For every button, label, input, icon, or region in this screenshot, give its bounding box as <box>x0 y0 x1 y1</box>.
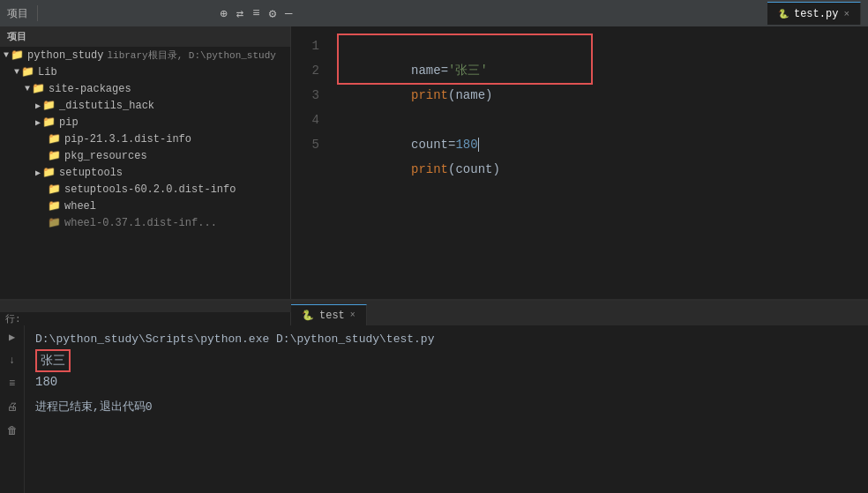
pip-dist-icon: 📁 <box>48 132 61 146</box>
project-label[interactable]: 项目 <box>7 6 28 21</box>
cursor <box>478 138 479 152</box>
site-packages-label: site-packages <box>49 83 131 95</box>
run-area: 行: 🐍 test × ▶ ↓ ≡ 🖨 🗑 D:\python_study\Sc… <box>0 299 868 493</box>
run-tab-bar: 行: 🐍 test × <box>0 301 868 325</box>
run-left-label: 行: <box>5 312 21 325</box>
sync-icon[interactable]: ⇄ <box>236 6 243 21</box>
code-paren-close-1: ) <box>485 88 492 102</box>
tree-root[interactable]: ▼ 📁 python_study library根目录, D:\python_s… <box>0 47 290 63</box>
tree-site-packages[interactable]: ▼ 📁 site-packages <box>0 80 290 97</box>
run-play-icon[interactable]: ▶ <box>7 329 17 346</box>
tree-setuptools-dist[interactable]: 📁 setuptools-60.2.0.dist-info <box>0 181 290 198</box>
main-toolbar: 项目 ⊕ ⇄ ≡ ⚙ — 🐍 test.py × <box>0 0 868 26</box>
pip-label: pip <box>59 116 79 129</box>
sidebar-header: 项目 <box>0 26 290 47</box>
pkg-label: pkg_resources <box>64 150 147 162</box>
run-output-highlight: 张三 <box>35 349 71 372</box>
line-num-1: 1 <box>291 34 319 58</box>
code-var-name: name <box>411 63 441 78</box>
minimize-icon[interactable]: — <box>285 6 292 20</box>
tree-wheel[interactable]: 📁 wheel <box>0 198 290 214</box>
site-packages-arrow: ▼ <box>25 84 30 93</box>
run-print-icon[interactable]: 🖨 <box>5 399 19 415</box>
setuptools-dist-icon: 📁 <box>48 183 61 196</box>
lib-arrow: ▼ <box>14 67 19 77</box>
line-num-2: 2 <box>291 58 319 83</box>
editor-area: 1 2 3 4 5 name='张三' print(name) c <box>291 26 868 299</box>
code-print-2: print <box>411 162 448 176</box>
code-print-1: print <box>411 88 448 102</box>
run-output: D:\python_study\Scripts\python.exe D:\py… <box>25 325 868 493</box>
wheel-icon: 📁 <box>48 199 61 213</box>
sidebar-title: 项目 <box>7 30 26 43</box>
code-var-count: count <box>411 138 448 152</box>
add-icon[interactable]: ⊕ <box>220 6 227 21</box>
line-num-4: 4 <box>291 108 319 132</box>
wheel-label: wheel <box>64 200 96 213</box>
tree-wheel-dist[interactable]: 📁 wheel-0.37.1.dist-inf... <box>0 214 290 231</box>
root-arrow: ▼ <box>4 50 9 60</box>
code-paren-close-2: ) <box>492 162 499 176</box>
root-folder-icon: 📁 <box>11 49 24 62</box>
run-content: ▶ ↓ ≡ 🖨 🗑 D:\python_study\Scripts\python… <box>0 325 868 493</box>
wheel-dist-label: wheel-0.37.1.dist-inf... <box>64 217 217 229</box>
tree-pip-dist[interactable]: 📁 pip-21.3.1.dist-info <box>0 131 290 147</box>
pkg-icon: 📁 <box>48 149 61 162</box>
code-content[interactable]: name='张三' print(name) count=180 print(co… <box>326 26 868 299</box>
pip-icon: 📁 <box>42 116 56 129</box>
run-tab-label: test <box>319 310 345 322</box>
tree-distutils[interactable]: ▶ 📁 _distutils_hack <box>0 97 290 114</box>
tree-setuptools[interactable]: ▶ 📁 setuptools <box>0 164 290 181</box>
file-tab-test-py[interactable]: 🐍 test.py × <box>767 2 861 25</box>
setuptools-label: setuptools <box>59 167 123 179</box>
line-num-5: 5 <box>291 132 319 157</box>
code-line-1: name='张三' <box>337 34 868 58</box>
pip-arrow: ▶ <box>35 117 41 128</box>
code-editor[interactable]: 1 2 3 4 5 name='张三' print(name) c <box>291 26 868 299</box>
root-meta: library根目录, D:\python_study <box>107 49 275 62</box>
tab-close-button[interactable]: × <box>843 9 849 19</box>
tab-label: test.py <box>794 8 838 20</box>
tree-pkg[interactable]: 📁 pkg_resources <box>0 147 290 164</box>
setuptools-dist-label: setuptools-60.2.0.dist-info <box>64 183 236 196</box>
wheel-dist-icon: 📁 <box>48 216 61 229</box>
run-output-line-2: 180 <box>35 372 857 392</box>
run-wrap-icon[interactable]: ≡ <box>7 376 17 392</box>
settings-icon[interactable]: ⚙ <box>269 6 276 21</box>
distutils-icon: 📁 <box>42 99 56 112</box>
file-tree-sidebar: 项目 ▼ 📁 python_study library根目录, D:\pytho… <box>0 26 291 299</box>
root-label: python_study <box>27 49 103 62</box>
menu-icon[interactable]: ≡ <box>252 6 259 20</box>
run-exit-message: 进程已结束,退出代码0 <box>35 399 857 415</box>
python-file-icon: 🐍 <box>778 9 789 19</box>
line-numbers: 1 2 3 4 5 <box>291 26 326 299</box>
code-arg-count: count <box>455 162 492 176</box>
site-packages-icon: 📁 <box>32 82 45 95</box>
distutils-arrow: ▶ <box>35 101 41 111</box>
tree-pip[interactable]: ▶ 📁 pip <box>0 114 290 131</box>
code-str-val: '张三' <box>448 63 488 78</box>
code-line-4: count=180 <box>337 108 868 132</box>
code-arg-name: name <box>455 88 485 102</box>
lib-folder-icon: 📁 <box>21 65 34 78</box>
setuptools-icon: 📁 <box>42 166 56 179</box>
run-command-line: D:\python_study\Scripts\python.exe D:\py… <box>35 332 857 346</box>
run-tab-icon: 🐍 <box>302 310 314 321</box>
line-num-3: 3 <box>291 83 319 108</box>
run-stop-icon[interactable]: ↓ <box>7 353 17 369</box>
code-num-val: 180 <box>455 138 477 152</box>
pip-dist-label: pip-21.3.1.dist-info <box>64 133 191 146</box>
code-eq-1: = <box>441 63 448 78</box>
toolbar-separator <box>37 5 38 21</box>
run-tab-test[interactable]: 🐍 test × <box>291 304 367 325</box>
run-output-line-1: 张三 <box>35 349 857 372</box>
setuptools-arrow: ▶ <box>35 168 41 178</box>
run-trash-icon[interactable]: 🗑 <box>5 422 19 439</box>
distutils-label: _distutils_hack <box>59 100 154 112</box>
tree-lib[interactable]: ▼ 📁 Lib <box>0 63 290 80</box>
run-tab-close[interactable]: × <box>350 310 355 320</box>
main-area: 项目 ▼ 📁 python_study library根目录, D:\pytho… <box>0 26 868 299</box>
left-panel-run: 行: <box>0 312 291 325</box>
lib-label: Lib <box>38 66 57 78</box>
run-sidebar-icons: ▶ ↓ ≡ 🖨 🗑 <box>0 325 25 493</box>
